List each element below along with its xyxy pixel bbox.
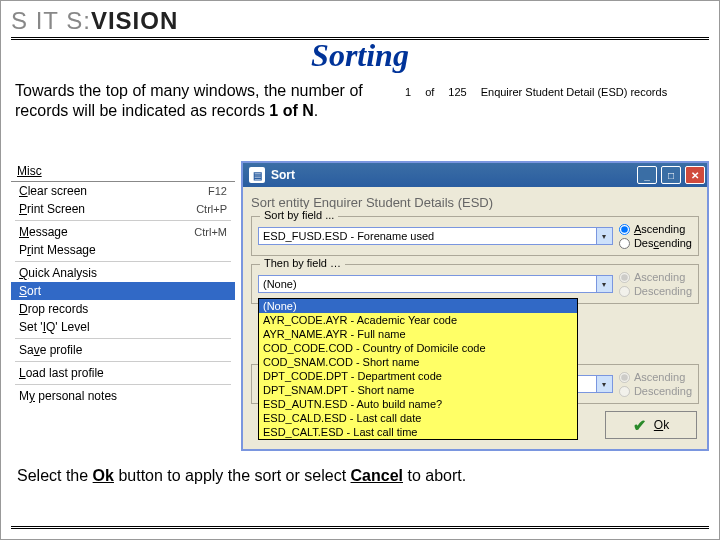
slide-title: Sorting: [1, 37, 719, 74]
instruction-text: Select the Ok button to apply the sort o…: [17, 467, 466, 485]
menu-separator: [15, 384, 231, 385]
intro-bold: 1 of N: [269, 102, 313, 119]
menu-quick-analysis[interactable]: Quick Analysis: [11, 264, 235, 282]
logo: S IT S:VISION: [11, 7, 178, 35]
descending-radio[interactable]: Descending: [619, 237, 692, 249]
chevron-down-icon[interactable]: ▾: [596, 376, 612, 392]
dropdown-option[interactable]: ESD_CALT.ESD - Last call time: [259, 425, 577, 439]
record-total: 125: [448, 86, 466, 98]
dropdown-option[interactable]: COD_CODE.COD - Country of Domicile code: [259, 341, 577, 355]
dropdown-option[interactable]: ESD_CALD.ESD - Last call date: [259, 411, 577, 425]
then-by-dropdown[interactable]: (None) AYR_CODE.AYR - Academic Year code…: [258, 298, 578, 440]
minimize-button[interactable]: _: [637, 166, 657, 184]
menu-set-iq-level[interactable]: Set 'IQ' Level: [11, 318, 235, 336]
ok-button[interactable]: ✔ Ok: [605, 411, 697, 439]
ascending-radio[interactable]: Ascending: [619, 371, 692, 383]
close-button[interactable]: ✕: [685, 166, 705, 184]
menu-sort[interactable]: Sort: [11, 282, 235, 300]
menu-header[interactable]: Misc: [11, 161, 235, 182]
misc-menu: Misc Clear screenF12 Print ScreenCtrl+P …: [11, 161, 235, 451]
dropdown-option[interactable]: DPT_CODE.DPT - Department code: [259, 369, 577, 383]
menu-separator: [15, 338, 231, 339]
menu-message[interactable]: MessageCtrl+M: [11, 223, 235, 241]
menu-separator: [15, 261, 231, 262]
dropdown-option[interactable]: (None): [259, 299, 577, 313]
menu-separator: [15, 220, 231, 221]
logo-part1: S IT S:: [11, 7, 91, 34]
record-current: 1: [405, 86, 411, 98]
record-label: Enquirer Student Detail (ESD) records: [481, 86, 667, 98]
dropdown-option[interactable]: AYR_NAME.AYR - Full name: [259, 327, 577, 341]
sort-by-legend: Sort by field ...: [260, 209, 338, 221]
record-of: of: [425, 86, 434, 98]
maximize-button[interactable]: □: [661, 166, 681, 184]
intro-text: Towards the top of many windows, the num…: [15, 81, 395, 121]
records-banner: 1 of 125 Enquirer Student Detail (ESD) r…: [401, 81, 701, 103]
descending-radio[interactable]: Descending: [619, 385, 692, 397]
dropdown-option[interactable]: ESD_AUTN.ESD - Auto build name?: [259, 397, 577, 411]
menu-save-profile[interactable]: Save profile: [11, 341, 235, 359]
menu-load-last-profile[interactable]: Load last profile: [11, 364, 235, 382]
then-by-legend: Then by field …: [260, 257, 345, 269]
sort-window-icon: ▤: [249, 167, 265, 183]
menu-separator: [15, 361, 231, 362]
menu-clear-screen[interactable]: Clear screenF12: [11, 182, 235, 200]
chevron-down-icon[interactable]: ▾: [596, 276, 612, 292]
dropdown-option[interactable]: COD_SNAM.COD - Short name: [259, 355, 577, 369]
descending-radio[interactable]: Descending: [619, 285, 692, 297]
sort-by-group: Sort by field ... ESD_FUSD.ESD - Forenam…: [251, 216, 699, 256]
menu-print-screen[interactable]: Print ScreenCtrl+P: [11, 200, 235, 218]
bottom-divider: [11, 526, 709, 529]
chevron-down-icon[interactable]: ▾: [596, 228, 612, 244]
dropdown-option[interactable]: DPT_SNAM.DPT - Short name: [259, 383, 577, 397]
then-by-group: Then by field … (None) ▾ (None) AYR_CODE…: [251, 264, 699, 304]
intro-post: .: [314, 102, 318, 119]
menu-drop-records[interactable]: Drop records: [11, 300, 235, 318]
menu-personal-notes[interactable]: My personal notes: [11, 387, 235, 405]
dropdown-option[interactable]: AYR_CODE.AYR - Academic Year code: [259, 313, 577, 327]
ascending-radio[interactable]: Ascending: [619, 271, 692, 283]
sort-titlebar[interactable]: ▤ Sort _ □ ✕: [243, 163, 707, 187]
sort-subtitle: Sort entity Enquirer Student Details (ES…: [251, 195, 699, 210]
sort-by-combo[interactable]: ESD_FUSD.ESD - Forename used ▾: [258, 227, 613, 245]
sort-window-title: Sort: [271, 168, 295, 182]
ascending-radio[interactable]: Ascending: [619, 223, 692, 235]
check-icon: ✔: [633, 416, 646, 435]
then-by-combo[interactable]: (None) ▾ (None) AYR_CODE.AYR - Academic …: [258, 275, 613, 293]
menu-print-message[interactable]: Print Message: [11, 241, 235, 259]
logo-part2: VISION: [91, 7, 178, 34]
sort-window: ▤ Sort _ □ ✕ Sort entity Enquirer Studen…: [241, 161, 709, 451]
